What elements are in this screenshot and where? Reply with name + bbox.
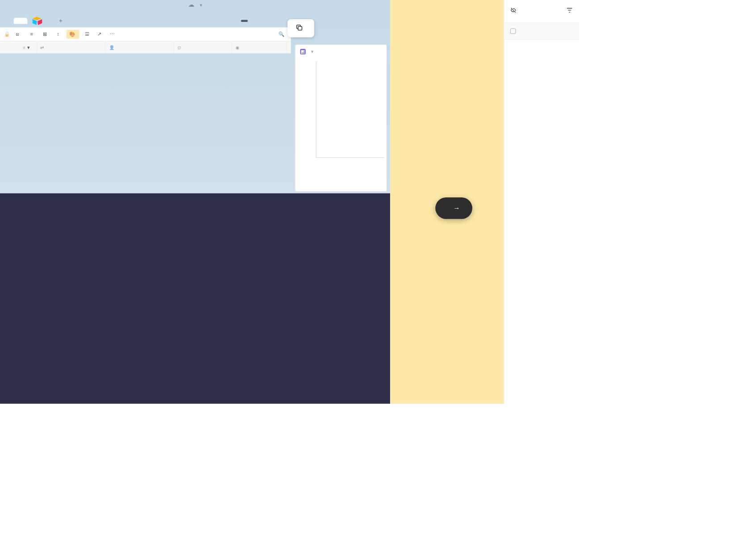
chart-bars xyxy=(316,62,384,158)
color-button[interactable]: 🎨 xyxy=(67,30,80,39)
search-button[interactable]: 🔍 xyxy=(276,30,287,39)
filter-icon: ≡ xyxy=(30,31,33,37)
right-grid-panel xyxy=(504,0,580,404)
group-icon: ⊞ xyxy=(43,31,47,37)
grid-column-header xyxy=(504,23,579,40)
sort-icon: ↕ xyxy=(57,31,59,37)
hidden-fields-button[interactable]: ⦻ xyxy=(13,30,25,39)
airtable-logo[interactable] xyxy=(32,17,45,25)
sort-button[interactable]: ↕ xyxy=(54,30,63,39)
share-view-button[interactable]: ↗ xyxy=(95,30,104,39)
base-title[interactable]: ☁ ▾ xyxy=(0,1,390,8)
caret-down-icon: ▾ xyxy=(311,49,313,54)
col-project[interactable]: ⇄ xyxy=(37,42,105,53)
row-height-icon: ☰ xyxy=(85,31,89,37)
row-height-button[interactable]: ☰ xyxy=(82,30,92,39)
use-template-button[interactable] xyxy=(287,19,314,38)
explore-base-button[interactable]: → xyxy=(435,197,472,219)
copy-icon xyxy=(296,24,302,33)
person-icon: 👤 xyxy=(109,45,114,50)
link-icon: ⇄ xyxy=(40,45,44,50)
more-button[interactable]: ⋯ xyxy=(107,30,118,39)
filter-icon[interactable] xyxy=(566,7,573,15)
tab-projects[interactable] xyxy=(0,18,14,24)
lock-icon: 🔒 xyxy=(4,31,10,37)
view-toolbar: 🔒 ⦻ ≡ ⊞ ↕ 🎨 ☰ ↗ ⋯ 🔍 xyxy=(0,27,291,41)
hash-icon: # xyxy=(23,45,25,50)
share-icon: ↗ xyxy=(97,31,101,37)
filter-button[interactable]: ≡ xyxy=(27,30,37,39)
template-info-panel xyxy=(0,193,390,404)
airtable-screenshot-bg: ☁ ▾ + 🔒 ⦻ ≡ ⊞ ↕ 🎨 ☰ ↗ ⋯ 🔍 #▾ ⇄ 👤 ⊙ ◉ • 📊 xyxy=(0,0,390,193)
col-owner[interactable]: 👤 xyxy=(105,42,174,53)
select-icon: ◉ xyxy=(235,45,239,50)
caret-down-icon: ▾ xyxy=(200,2,202,8)
chart-icon: 📊 xyxy=(300,49,306,54)
cloud-icon: ☁ xyxy=(188,1,194,8)
tab-deliverables[interactable] xyxy=(14,18,28,24)
table-tabs: + xyxy=(0,14,390,27)
paint-icon: 🎨 xyxy=(69,31,75,37)
col-assessment[interactable]: ◉ xyxy=(232,42,287,53)
chart-panel: 📊 ▾ xyxy=(295,45,386,192)
lookup-icon: ⊙ xyxy=(177,45,181,50)
add-tab-button[interactable]: + xyxy=(55,14,67,28)
airtable-logo-icon xyxy=(32,17,42,25)
group-button[interactable]: ⊞ xyxy=(40,30,51,39)
svg-rect-1 xyxy=(298,26,302,30)
share-button[interactable] xyxy=(241,20,248,22)
eye-off-icon xyxy=(510,7,517,15)
eye-off-icon: ⦻ xyxy=(15,31,20,37)
col-number[interactable]: #▾ xyxy=(0,42,37,53)
search-icon: 🔍 xyxy=(278,31,284,37)
arrow-right-icon: → xyxy=(453,204,460,212)
grid-header: #▾ ⇄ 👤 ⊙ ◉ xyxy=(0,41,291,54)
col-status[interactable]: ⊙ xyxy=(174,42,232,53)
hide-fields-button[interactable] xyxy=(510,7,519,15)
chart-title[interactable]: 📊 ▾ xyxy=(295,45,386,59)
select-all-checkbox[interactable] xyxy=(510,29,516,34)
